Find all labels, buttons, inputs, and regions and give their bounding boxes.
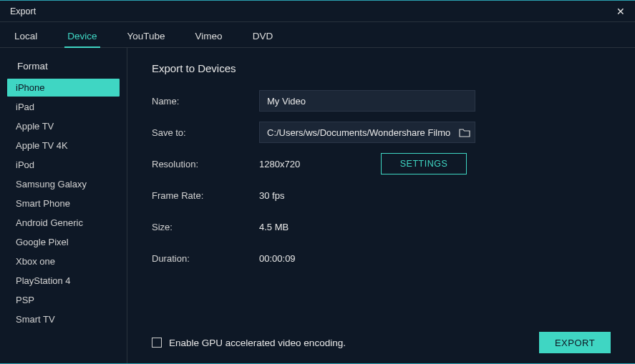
name-input[interactable] [259,90,475,112]
format-item-playstation-4[interactable]: PlayStation 4 [7,272,120,290]
settings-button[interactable]: SETTINGS [381,153,467,174]
size-label: Size: [152,222,259,232]
export-tabs: Local Device YouTube Vimeo DVD [0,22,635,48]
format-item-apple-tv-4k[interactable]: Apple TV 4K [7,137,120,154]
name-row: Name: [152,90,611,112]
save-to-value: C:/Users/ws/Documents/Wondershare Filmo [267,127,455,138]
format-item-smart-phone[interactable]: Smart Phone [7,195,120,212]
duration-value: 00:00:09 [259,253,381,264]
tab-dvd[interactable]: DVD [250,31,276,48]
title-bar: Export ✕ [0,1,635,22]
resolution-row: Resolution: 1280x720 SETTINGS [152,153,611,174]
gpu-checkbox[interactable]: Enable GPU accelerated video encoding. [152,338,346,348]
save-to-field[interactable]: C:/Users/ws/Documents/Wondershare Filmo [259,122,475,143]
resolution-value: 1280x720 [259,159,381,169]
size-value: 4.5 MB [259,222,381,232]
format-item-google-pixel[interactable]: Google Pixel [7,233,120,251]
close-button[interactable]: ✕ [614,4,628,19]
content-area: Format iPhone iPad Apple TV Apple TV 4K … [0,48,635,363]
format-item-samsung-galaxy[interactable]: Samsung Galaxy [7,175,120,193]
main-panel: Export to Devices Name: Save to: C:/User… [127,48,635,363]
format-sidebar: Format iPhone iPad Apple TV Apple TV 4K … [0,48,127,363]
format-heading: Format [17,61,120,72]
export-window: Export ✕ Local Device YouTube Vimeo DVD … [0,0,635,364]
duration-row: Duration: 00:00:09 [152,247,611,269]
close-icon: ✕ [616,6,625,17]
format-item-ipod[interactable]: iPod [7,156,120,174]
format-item-xbox-one[interactable]: Xbox one [7,252,120,270]
format-item-apple-tv[interactable]: Apple TV [7,117,120,135]
format-item-ipad[interactable]: iPad [7,98,120,116]
tab-device[interactable]: Device [64,31,100,48]
save-to-row: Save to: C:/Users/ws/Documents/Wondersha… [152,122,611,143]
checkbox-icon [152,338,162,348]
folder-icon[interactable] [459,127,470,137]
name-label: Name: [152,96,259,107]
frame-rate-value: 30 fps [259,190,381,201]
tab-local[interactable]: Local [11,31,40,48]
format-item-psp[interactable]: PSP [7,291,120,309]
frame-rate-label: Frame Rate: [152,190,259,201]
tab-youtube[interactable]: YouTube [125,31,168,48]
window-title: Export [10,6,36,16]
save-to-label: Save to: [152,127,259,138]
gpu-checkbox-label: Enable GPU accelerated video encoding. [169,338,346,348]
format-item-iphone[interactable]: iPhone [7,79,120,97]
tab-vimeo[interactable]: Vimeo [193,31,226,48]
resolution-label: Resolution: [152,159,259,169]
panel-title: Export to Devices [152,62,611,74]
frame-rate-row: Frame Rate: 30 fps [152,185,611,206]
footer: Enable GPU accelerated video encoding. E… [152,320,611,353]
duration-label: Duration: [152,253,259,264]
format-item-smart-tv[interactable]: Smart TV [7,310,120,328]
export-button[interactable]: EXPORT [539,332,611,353]
format-item-android-generic[interactable]: Android Generic [7,214,120,232]
format-list: iPhone iPad Apple TV Apple TV 4K iPod Sa… [7,79,120,328]
size-row: Size: 4.5 MB [152,216,611,237]
